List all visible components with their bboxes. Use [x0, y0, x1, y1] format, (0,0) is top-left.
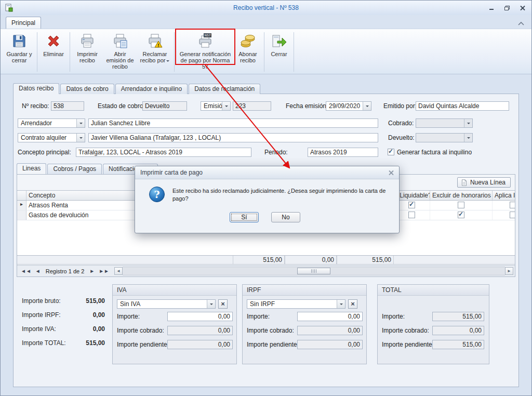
new-line-label: Nueva Línea [470, 178, 506, 187]
dropdown-arrow-icon [166, 60, 169, 63]
irpf-importe-field[interactable]: 0,00 [297, 312, 363, 321]
arrendador-combo[interactable]: Arrendador [18, 118, 85, 128]
close-form-button[interactable]: Cerrar [267, 31, 291, 69]
arrendador-field[interactable]: Julian Sanchez Llibre [88, 118, 378, 128]
num-recibo-label: Nº recibo: [22, 101, 49, 111]
excluir-checkbox[interactable] [458, 212, 464, 218]
calendar-dropdown-icon[interactable] [363, 102, 371, 110]
cell-excluir[interactable] [430, 201, 493, 210]
new-line-button[interactable]: Nueva Línea [457, 177, 511, 188]
importe-iva-value: 0,00 [63, 325, 105, 333]
contrato-field[interactable]: Javier Villena Galiana (Trafalgar, 123 ,… [88, 133, 378, 142]
scroll-left-icon[interactable]: ◄ [114, 267, 123, 275]
emitido-por-field[interactable]: David Quintas Alcalde [416, 101, 509, 111]
emision-number-field[interactable]: 223 [233, 101, 271, 111]
collapse-ribbon-icon[interactable] [518, 20, 525, 24]
grid-header-excluir[interactable]: Excluir de honorarios [430, 191, 493, 200]
estado-cobro-field[interactable]: Devuelto [142, 101, 187, 111]
emitido-por-label: Emitido por: [383, 101, 417, 111]
delete-x-icon [45, 33, 62, 49]
tab-datos-de-reclamacion[interactable]: Datos de reclamación [189, 84, 260, 94]
delete-button[interactable]: Eliminar [40, 31, 67, 69]
printer-norma57-icon: N57 [197, 33, 214, 49]
ribbon-tab-principal[interactable]: Principal [6, 17, 41, 29]
save-and-close-button[interactable]: Guardar y cerrar [4, 31, 34, 69]
open-receipt-emission-button[interactable]: Abrir emisión de recibo [103, 31, 137, 69]
concepto-principal-label: Concepto principal: [18, 148, 71, 157]
clear-icon: × [351, 300, 355, 308]
irpf-combo[interactable]: Sin IRPF [247, 299, 345, 309]
clear-irpf-button[interactable]: × [348, 299, 357, 309]
iva-importe-field[interactable]: 0,00 [167, 312, 233, 321]
total-cobrado-label: Importe cobrado: [382, 326, 429, 335]
svg-text:N57: N57 [204, 33, 210, 37]
importe-bruto-label: Importe bruto: [22, 297, 61, 305]
ribbon-toolbar: Guardar y cerrar Eliminar Imprimir recib… [1, 29, 531, 74]
toolbar-separator [37, 32, 37, 72]
credit-receipt-button[interactable]: Abonar recibo [234, 31, 261, 69]
nav-previous-icon[interactable]: ◄ [33, 267, 43, 275]
current-record-icon: ▸ [17, 201, 26, 210]
fecha-emision-field[interactable]: 29/09/2020 [326, 101, 371, 111]
tab-datos-recibo[interactable]: Datos recibo [13, 83, 59, 94]
dialog-message: Este recibo ha sido reclamado judicialme… [172, 187, 391, 203]
aplica-iva-checkbox[interactable] [510, 202, 515, 208]
nav-first-icon[interactable]: ◄◄ [19, 267, 33, 275]
contrato-alquiler-combo[interactable]: Contrato alquiler [18, 133, 85, 142]
num-recibo-field[interactable]: 538 [51, 101, 84, 111]
minimize-icon[interactable] [488, 5, 495, 11]
tab-lineas[interactable]: Lineas [17, 163, 46, 174]
save-icon [11, 33, 28, 49]
dropdown-arrow-icon[interactable] [76, 134, 85, 142]
dropdown-arrow-icon[interactable] [207, 300, 215, 308]
scrollbar-thumb[interactable] [297, 268, 330, 274]
irpf-title: IRPF [243, 285, 366, 296]
cell-aplica-iva[interactable] [493, 201, 515, 210]
liquidable-checkbox[interactable] [408, 202, 415, 208]
nav-last-icon[interactable]: ►► [97, 267, 111, 275]
tab-cobros-pagos[interactable]: Cobros / Pagos [47, 164, 102, 174]
importe-bruto-value: 515,00 [63, 297, 105, 305]
dropdown-arrow-icon[interactable] [76, 119, 85, 127]
concepto-principal-field[interactable]: Trafalgar, 123, LOCAL - Atrasos 2019 [76, 148, 251, 157]
importe-irpf-value: 0,00 [63, 311, 105, 319]
dropdown-arrow-icon[interactable] [337, 300, 345, 308]
tab-datos-de-cobro[interactable]: Datos de cobro [60, 84, 114, 94]
restore-icon[interactable] [503, 5, 511, 11]
dialog-title: Imprimir carta de pago [140, 169, 203, 176]
iva-importe-label: Importe: [117, 312, 140, 321]
imprimir-carta-dialog: Imprimir carta de pago ? Este recibo ha … [135, 166, 400, 233]
aplica-iva-checkbox[interactable] [510, 212, 515, 218]
scrollbar-track[interactable] [123, 267, 505, 275]
periodo-field[interactable]: Atrasos 2019 [308, 148, 378, 157]
iva-combo[interactable]: Sin IVA [117, 299, 216, 309]
yes-button[interactable]: Sí [230, 212, 259, 222]
irpf-cobrado-field: 0,00 [297, 326, 363, 335]
generate-norma57-notification-button[interactable]: N57 Generar notificación de pago por Nor… [177, 31, 233, 69]
reclaim-receipt-button[interactable]: Reclamar recibo por [138, 31, 171, 69]
clear-iva-button[interactable]: × [218, 299, 228, 309]
dialog-close-icon[interactable] [387, 169, 395, 176]
emision-combo[interactable]: Emisión [201, 101, 231, 111]
no-button[interactable]: No [271, 212, 300, 222]
cell-excluir[interactable] [430, 210, 493, 220]
excluir-checkbox[interactable] [458, 202, 464, 208]
fecha-emision-label: Fecha emisión: [286, 101, 328, 111]
tab-arrendador-e-inquilino[interactable]: Arrendador e inquilino [115, 84, 188, 94]
cell-aplica-iva[interactable] [493, 210, 515, 220]
generar-factura-checkbox[interactable] [388, 149, 394, 155]
nav-next-icon[interactable]: ► [87, 267, 97, 275]
scroll-right-icon[interactable]: ► [505, 267, 513, 275]
iva-cobrado-field: 0,00 [167, 326, 233, 335]
printer-warning-icon [147, 33, 163, 49]
window-controls [488, 5, 526, 11]
horizontal-scrollbar[interactable]: ◄ ► [114, 267, 513, 275]
svg-text:?: ? [154, 189, 159, 200]
dropdown-arrow-icon[interactable] [222, 102, 230, 110]
close-icon[interactable] [519, 5, 526, 11]
devuelto-label: Devuelto: [388, 133, 415, 142]
print-receipt-button[interactable]: Imprimir recibo [73, 31, 102, 69]
record-indicator [17, 210, 26, 220]
grid-header-aplica-iva[interactable]: Aplica IVA [493, 191, 515, 200]
liquidable-checkbox[interactable] [408, 212, 415, 218]
